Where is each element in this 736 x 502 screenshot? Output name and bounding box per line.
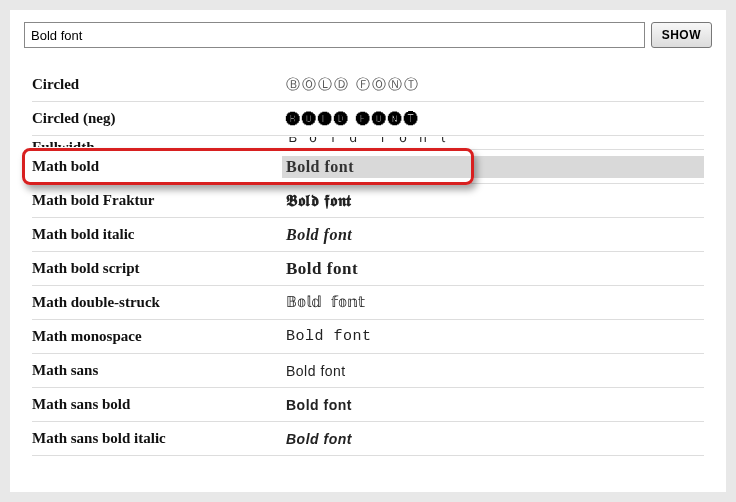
style-output[interactable]: Bold font bbox=[282, 224, 704, 246]
text-input[interactable] bbox=[24, 22, 645, 48]
result-row: Circled (neg)🅑🅞🅛🅓 🅕🅞🅝🅣 bbox=[32, 102, 704, 136]
style-label: Math double-struck bbox=[32, 288, 282, 317]
style-label: Math sans bbox=[32, 356, 282, 385]
style-label: Math sans bold italic bbox=[32, 424, 282, 453]
results-list: CircledⒷⓄⓁⒹ ⒻⓄⓃⓉCircled (neg)🅑🅞🅛🅓 🅕🅞🅝🅣Fu… bbox=[24, 60, 712, 456]
result-row: Math sansBold font bbox=[32, 354, 704, 388]
style-label: Circled bbox=[32, 70, 282, 99]
style-output[interactable]: Bold font bbox=[282, 361, 704, 381]
style-label: Math sans bold bbox=[32, 390, 282, 419]
style-output[interactable]: Bold font bbox=[282, 326, 704, 347]
result-row: Math double-struck𝔹𝕠𝕝𝕕 𝕗𝕠𝕟𝕥 bbox=[32, 286, 704, 320]
result-row: Math bold scriptBold font bbox=[32, 252, 704, 286]
result-row: Math sans boldBold font bbox=[32, 388, 704, 422]
result-row: FullwidthＢｏｌｄ ｆｏｎｔ bbox=[32, 136, 704, 150]
style-output[interactable]: Bold font bbox=[282, 257, 704, 281]
result-row: Math boldBold font bbox=[32, 150, 704, 184]
style-output[interactable]: 🅑🅞🅛🅓 🅕🅞🅝🅣 bbox=[282, 109, 704, 129]
style-label: Math bold Fraktur bbox=[32, 186, 282, 215]
show-button[interactable]: SHOW bbox=[651, 22, 712, 48]
style-output[interactable]: Bold font bbox=[282, 395, 704, 415]
style-output[interactable]: 𝔹𝕠𝕝𝕕 𝕗𝕠𝕟𝕥 bbox=[282, 291, 704, 314]
style-output[interactable]: Ｂｏｌｄ ｆｏｎｔ bbox=[282, 137, 704, 149]
result-row: Math bold Fraktur𝕭𝖔𝖑𝖉 𝖋𝖔𝖓𝖙 bbox=[32, 184, 704, 218]
style-output[interactable]: Bold font bbox=[282, 429, 704, 449]
style-output[interactable]: 𝕭𝖔𝖑𝖉 𝖋𝖔𝖓𝖙 bbox=[282, 190, 704, 212]
style-output[interactable]: ⒷⓄⓁⒹ ⒻⓄⓃⓉ bbox=[282, 74, 704, 96]
top-bar: SHOW bbox=[24, 22, 712, 48]
style-output[interactable]: Bold font bbox=[282, 156, 704, 178]
style-label: Math bold bbox=[32, 152, 282, 181]
result-row: Math bold italicBold font bbox=[32, 218, 704, 252]
result-row: CircledⒷⓄⓁⒹ ⒻⓄⓃⓉ bbox=[32, 68, 704, 102]
app-window: SHOW CircledⒷⓄⓁⒹ ⒻⓄⓃⓉCircled (neg)🅑🅞🅛🅓 🅕… bbox=[10, 10, 726, 492]
style-label: Math bold italic bbox=[32, 220, 282, 249]
style-label: Circled (neg) bbox=[32, 104, 282, 133]
style-label: Math bold script bbox=[32, 254, 282, 283]
style-label: Fullwidth bbox=[32, 139, 282, 147]
result-row: Math monospaceBold font bbox=[32, 320, 704, 354]
style-label: Math monospace bbox=[32, 322, 282, 351]
result-row: Math sans bold italicBold font bbox=[32, 422, 704, 456]
